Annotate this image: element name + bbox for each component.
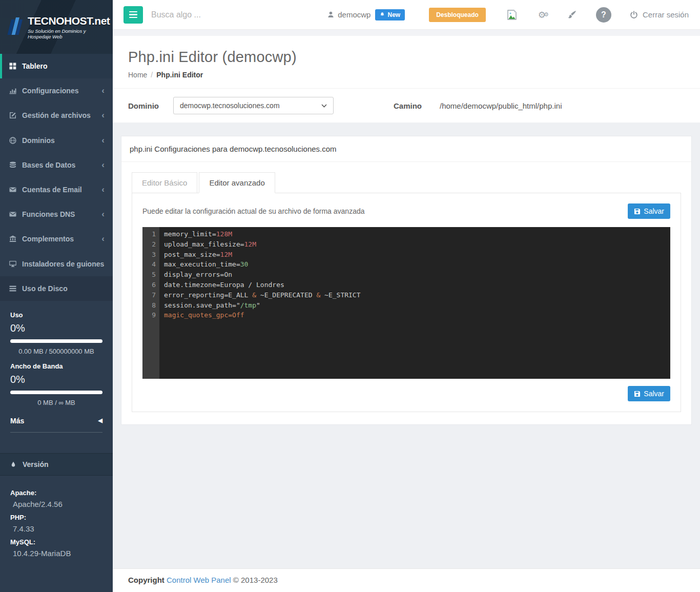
sidebar-item-uso-de-disco[interactable]: Uso de Disco	[0, 276, 113, 301]
control-web-panel-link[interactable]: Control Web Panel	[167, 576, 231, 584]
disk-usage-percent: 0%	[10, 322, 102, 334]
editor-description: Puede editar la configuración actual de …	[142, 207, 365, 215]
logo[interactable]: TECNOHOST.net Su Solución en Dominios y …	[0, 0, 113, 54]
sidebar-item-tablero[interactable]: Tablero	[0, 54, 113, 78]
logo-tagline: Su Solución en Dominios y Hospedaje Web	[28, 28, 110, 39]
phpini-panel: php.ini Configuraciones para democwp.tec…	[121, 136, 692, 425]
tab-editor-avanzado[interactable]: Editor avanzado	[199, 172, 275, 193]
sidebar-item-configuraciones[interactable]: Configuraciones‹	[0, 78, 113, 103]
topbar: democwp New Desbloqueado ⚙⚙	[113, 0, 700, 30]
copyright-years: © 2013-2023	[233, 576, 278, 584]
version-section-header: Versión	[0, 453, 113, 476]
version-header-label: Versión	[23, 460, 49, 468]
sidebar-item-label: Complementos	[22, 234, 74, 243]
chevron-left-icon: ‹	[101, 138, 105, 143]
main-area: democwp New Desbloqueado ⚙⚙	[113, 0, 700, 592]
sidebar-menu: TableroConfiguraciones‹Gestión de archiv…	[0, 54, 113, 301]
code-line: memory_limit=128M	[164, 229, 670, 239]
code-line: magic_quotes_gpc=Off	[164, 310, 670, 320]
sidebar-item-funciones-dns[interactable]: Funciones DNS‹	[0, 202, 113, 227]
tab-editor-b-sico[interactable]: Editor Básico	[132, 172, 197, 193]
line-number: 2	[142, 239, 156, 250]
version-value: 10.4.29-MariaDB	[13, 549, 102, 558]
editor-code-area[interactable]: memory_limit=128Mupload_max_filesize=12M…	[159, 227, 670, 379]
breadcrumb-home-link[interactable]: Home	[128, 71, 147, 79]
editor-line-numbers: 123456789	[142, 227, 159, 379]
sidebar-item-label: Gestión de archivos	[22, 111, 91, 120]
path-value: /home/democwp/public_html/php.ini	[440, 101, 562, 110]
sidebar: TECNOHOST.net Su Solución en Dominios y …	[0, 0, 113, 592]
globe-icon	[9, 137, 16, 144]
chevron-left-icon: ‹	[101, 162, 105, 168]
line-number: 3	[142, 250, 156, 260]
save-button-top[interactable]: Salvar	[628, 203, 670, 219]
chevron-left-icon: ‹	[101, 187, 105, 192]
code-line: error_reporting=E_ALL & ~E_DEPRECATED & …	[164, 290, 670, 300]
dashboard-icon	[9, 63, 16, 70]
sidebar-item-label: Tablero	[22, 62, 48, 71]
save-button-bottom[interactable]: Salvar	[628, 386, 670, 401]
code-line: post_max_size=12M	[164, 250, 670, 260]
drop-icon	[10, 461, 16, 468]
bank-icon	[9, 235, 16, 242]
search-input[interactable]	[151, 10, 279, 19]
advanced-editor-tab-content: Puede editar la configuración actual de …	[132, 193, 681, 412]
menu-toggle-button[interactable]	[123, 6, 143, 24]
panel-heading: php.ini Configuraciones para democwp.tec…	[121, 136, 691, 162]
user-icon	[327, 11, 334, 18]
sidebar-item-dominios[interactable]: Dominios‹	[0, 128, 113, 153]
power-icon	[630, 11, 638, 19]
code-line: session.save_path="/tmp"	[164, 300, 670, 311]
version-label: MySQL:	[10, 538, 102, 546]
bell-icon	[380, 12, 385, 17]
bar-chart-icon	[9, 87, 16, 94]
theme-brush-icon[interactable]	[567, 10, 577, 19]
copyright-label: Copyright	[128, 576, 164, 584]
sidebar-item-cuentas-de-email[interactable]: Cuentas de Email‹	[0, 177, 113, 202]
line-number: 9	[142, 310, 156, 320]
line-number: 4	[142, 259, 156, 270]
chevron-left-icon: ‹	[101, 212, 105, 217]
phpini-code-editor[interactable]: 123456789 memory_limit=128Mupload_max_fi…	[142, 227, 670, 379]
logo-brand: TECNOHOST.net	[28, 15, 110, 27]
unlocked-button[interactable]: Desbloqueado	[429, 8, 486, 22]
chevron-left-icon: ‹	[101, 88, 105, 93]
logo-icon	[6, 15, 25, 39]
disk-usage-label: Uso	[10, 311, 102, 319]
sidebar-item-instaladores-de-guiones[interactable]: Instaladores de guiones	[0, 252, 113, 276]
usage-stats: Uso 0% 0.00 MB / 500000000 MB Ancho de B…	[0, 301, 113, 433]
new-notifications-badge[interactable]: New	[375, 9, 405, 21]
logout-button[interactable]: Cerrar sesión	[630, 10, 689, 19]
footer: Copyright Control Web Panel © 2013-2023	[113, 568, 700, 592]
chevron-down-icon	[321, 104, 327, 108]
bandwidth-percent: 0%	[10, 374, 102, 385]
code-line: upload_max_filesize=12M	[164, 239, 670, 250]
sidebar-item-complementos[interactable]: Complementos‹	[0, 227, 113, 251]
edit-icon	[9, 112, 16, 119]
list-icon	[9, 285, 16, 292]
username: democwp	[338, 10, 370, 19]
bandwidth-detail: 0 MB / ∞ MB	[10, 399, 102, 406]
settings-icon[interactable]: ⚙⚙	[538, 10, 547, 20]
help-icon[interactable]: ?	[596, 7, 611, 23]
page-title: Php.ini Editor (democwp)	[128, 49, 692, 66]
database-icon	[9, 161, 16, 169]
chevron-left-icon: ‹	[101, 236, 105, 241]
code-line: display_errors=On	[164, 270, 670, 280]
topbar-divider	[113, 30, 700, 36]
domain-select[interactable]: democwp.tecnosoluciones.com	[173, 97, 334, 114]
sidebar-item-gesti-n-de-archivos[interactable]: Gestión de archivos‹	[0, 103, 113, 128]
breadcrumb-separator: /	[151, 71, 153, 79]
version-label: PHP:	[10, 514, 102, 521]
code-line: date.timezone=Europa / Londres	[164, 280, 670, 290]
editor-tabs: Editor BásicoEditor avanzado	[132, 172, 681, 193]
user-menu[interactable]: democwp	[327, 10, 370, 19]
sidebar-item-label: Uso de Disco	[22, 284, 68, 293]
more-toggle[interactable]: Más ◀	[10, 417, 102, 433]
broken-image-icon[interactable]	[506, 9, 518, 21]
sidebar-item-bases-de-datos[interactable]: Bases de Datos‹	[0, 153, 113, 177]
line-number: 7	[142, 290, 156, 300]
sidebar-item-label: Instaladores de guiones	[22, 259, 104, 269]
domain-bar: Dominio democwp.tecnosoluciones.com Cami…	[113, 88, 700, 123]
sidebar-item-label: Dominios	[22, 136, 55, 145]
